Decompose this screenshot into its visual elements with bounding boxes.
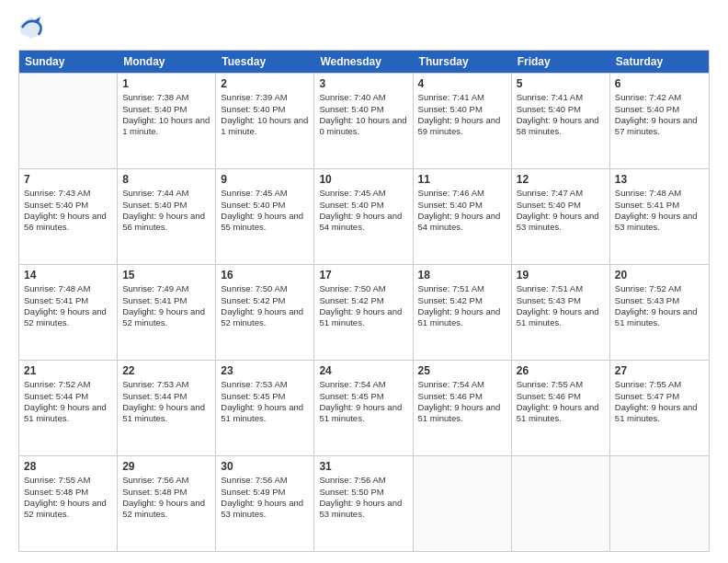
header-day-friday: Friday <box>512 51 610 73</box>
header-day-sunday: Sunday <box>19 51 118 73</box>
day-cell-24: 24Sunrise: 7:54 AM Sunset: 5:45 PM Dayli… <box>314 361 413 455</box>
day-number: 3 <box>319 76 407 91</box>
empty-cell <box>414 456 512 551</box>
empty-cell <box>610 456 709 551</box>
header-day-thursday: Thursday <box>414 51 512 73</box>
cell-info: Sunrise: 7:56 AM Sunset: 5:49 PM Dayligh… <box>221 475 309 520</box>
cell-info: Sunrise: 7:48 AM Sunset: 5:41 PM Dayligh… <box>615 188 704 233</box>
cell-info: Sunrise: 7:41 AM Sunset: 5:40 PM Dayligh… <box>517 92 605 137</box>
cell-info: Sunrise: 7:38 AM Sunset: 5:40 PM Dayligh… <box>122 92 210 137</box>
cell-info: Sunrise: 7:52 AM Sunset: 5:43 PM Dayligh… <box>615 283 704 328</box>
day-number: 29 <box>122 459 210 474</box>
day-cell-16: 16Sunrise: 7:50 AM Sunset: 5:42 PM Dayli… <box>216 265 314 360</box>
week-row-4: 21Sunrise: 7:52 AM Sunset: 5:44 PM Dayli… <box>19 360 709 455</box>
week-row-1: 1Sunrise: 7:38 AM Sunset: 5:40 PM Daylig… <box>19 73 709 168</box>
cell-info: Sunrise: 7:55 AM Sunset: 5:48 PM Dayligh… <box>24 475 112 520</box>
day-cell-1: 1Sunrise: 7:38 AM Sunset: 5:40 PM Daylig… <box>118 74 216 168</box>
day-number: 12 <box>517 172 605 187</box>
week-row-3: 14Sunrise: 7:48 AM Sunset: 5:41 PM Dayli… <box>19 264 709 360</box>
day-cell-5: 5Sunrise: 7:41 AM Sunset: 5:40 PM Daylig… <box>512 74 610 168</box>
cell-info: Sunrise: 7:48 AM Sunset: 5:41 PM Dayligh… <box>24 283 112 328</box>
day-cell-10: 10Sunrise: 7:45 AM Sunset: 5:40 PM Dayli… <box>314 169 413 264</box>
day-cell-13: 13Sunrise: 7:48 AM Sunset: 5:41 PM Dayli… <box>610 169 709 264</box>
cell-info: Sunrise: 7:50 AM Sunset: 5:42 PM Dayligh… <box>221 283 309 328</box>
day-number: 28 <box>24 459 112 474</box>
day-cell-3: 3Sunrise: 7:40 AM Sunset: 5:40 PM Daylig… <box>314 74 413 168</box>
day-cell-4: 4Sunrise: 7:41 AM Sunset: 5:40 PM Daylig… <box>414 74 512 168</box>
day-cell-21: 21Sunrise: 7:52 AM Sunset: 5:44 PM Dayli… <box>19 361 118 455</box>
day-cell-11: 11Sunrise: 7:46 AM Sunset: 5:40 PM Dayli… <box>414 169 512 264</box>
cell-info: Sunrise: 7:42 AM Sunset: 5:40 PM Dayligh… <box>615 92 704 137</box>
cell-info: Sunrise: 7:56 AM Sunset: 5:50 PM Dayligh… <box>319 475 407 520</box>
cell-info: Sunrise: 7:46 AM Sunset: 5:40 PM Dayligh… <box>418 188 506 233</box>
day-number: 10 <box>319 172 407 187</box>
calendar: SundayMondayTuesdayWednesdayThursdayFrid… <box>18 50 710 552</box>
page: SundayMondayTuesdayWednesdayThursdayFrid… <box>0 0 728 563</box>
day-cell-30: 30Sunrise: 7:56 AM Sunset: 5:49 PM Dayli… <box>216 456 314 551</box>
day-number: 9 <box>221 172 309 187</box>
day-number: 31 <box>319 459 407 474</box>
day-number: 18 <box>418 268 506 282</box>
cell-info: Sunrise: 7:45 AM Sunset: 5:40 PM Dayligh… <box>221 188 309 233</box>
empty-cell <box>19 74 118 168</box>
header-day-tuesday: Tuesday <box>216 51 314 73</box>
cell-info: Sunrise: 7:44 AM Sunset: 5:40 PM Dayligh… <box>122 188 210 233</box>
cell-info: Sunrise: 7:55 AM Sunset: 5:47 PM Dayligh… <box>615 379 704 424</box>
day-number: 23 <box>221 363 309 378</box>
cell-info: Sunrise: 7:43 AM Sunset: 5:40 PM Dayligh… <box>24 188 112 233</box>
calendar-body: 1Sunrise: 7:38 AM Sunset: 5:40 PM Daylig… <box>19 73 709 551</box>
day-cell-19: 19Sunrise: 7:51 AM Sunset: 5:43 PM Dayli… <box>512 265 610 360</box>
day-number: 30 <box>221 459 309 474</box>
empty-cell <box>512 456 610 551</box>
cell-info: Sunrise: 7:39 AM Sunset: 5:40 PM Dayligh… <box>221 92 309 137</box>
day-cell-29: 29Sunrise: 7:56 AM Sunset: 5:48 PM Dayli… <box>118 456 216 551</box>
day-number: 25 <box>418 363 506 378</box>
day-number: 22 <box>122 363 210 378</box>
day-cell-9: 9Sunrise: 7:45 AM Sunset: 5:40 PM Daylig… <box>216 169 314 264</box>
day-cell-17: 17Sunrise: 7:50 AM Sunset: 5:42 PM Dayli… <box>314 265 413 360</box>
cell-info: Sunrise: 7:41 AM Sunset: 5:40 PM Dayligh… <box>418 92 506 137</box>
day-number: 15 <box>122 268 210 282</box>
day-cell-6: 6Sunrise: 7:42 AM Sunset: 5:40 PM Daylig… <box>610 74 709 168</box>
day-cell-26: 26Sunrise: 7:55 AM Sunset: 5:46 PM Dayli… <box>512 361 610 455</box>
cell-info: Sunrise: 7:54 AM Sunset: 5:46 PM Dayligh… <box>418 379 506 424</box>
cell-info: Sunrise: 7:40 AM Sunset: 5:40 PM Dayligh… <box>319 92 407 137</box>
day-cell-20: 20Sunrise: 7:52 AM Sunset: 5:43 PM Dayli… <box>610 265 709 360</box>
day-number: 19 <box>517 268 605 282</box>
day-cell-12: 12Sunrise: 7:47 AM Sunset: 5:40 PM Dayli… <box>512 169 610 264</box>
day-number: 2 <box>221 76 309 91</box>
calendar-header: SundayMondayTuesdayWednesdayThursdayFrid… <box>19 51 709 73</box>
day-number: 7 <box>24 172 112 187</box>
day-number: 17 <box>319 268 407 282</box>
logo <box>18 15 48 40</box>
day-cell-27: 27Sunrise: 7:55 AM Sunset: 5:47 PM Dayli… <box>610 361 709 455</box>
header-day-monday: Monday <box>118 51 216 73</box>
day-cell-23: 23Sunrise: 7:53 AM Sunset: 5:45 PM Dayli… <box>216 361 314 455</box>
cell-info: Sunrise: 7:52 AM Sunset: 5:44 PM Dayligh… <box>24 379 112 424</box>
day-number: 11 <box>418 172 506 187</box>
day-number: 21 <box>24 363 112 378</box>
day-number: 14 <box>24 268 112 282</box>
day-number: 27 <box>615 363 704 378</box>
cell-info: Sunrise: 7:47 AM Sunset: 5:40 PM Dayligh… <box>517 188 605 233</box>
day-cell-31: 31Sunrise: 7:56 AM Sunset: 5:50 PM Dayli… <box>314 456 413 551</box>
cell-info: Sunrise: 7:53 AM Sunset: 5:45 PM Dayligh… <box>221 379 309 424</box>
day-cell-28: 28Sunrise: 7:55 AM Sunset: 5:48 PM Dayli… <box>19 456 118 551</box>
day-number: 4 <box>418 76 506 91</box>
day-cell-22: 22Sunrise: 7:53 AM Sunset: 5:44 PM Dayli… <box>118 361 216 455</box>
week-row-2: 7Sunrise: 7:43 AM Sunset: 5:40 PM Daylig… <box>19 168 709 264</box>
day-number: 20 <box>615 268 704 282</box>
week-row-5: 28Sunrise: 7:55 AM Sunset: 5:48 PM Dayli… <box>19 455 709 551</box>
header-day-wednesday: Wednesday <box>314 51 413 73</box>
cell-info: Sunrise: 7:49 AM Sunset: 5:41 PM Dayligh… <box>122 283 210 328</box>
day-cell-18: 18Sunrise: 7:51 AM Sunset: 5:42 PM Dayli… <box>414 265 512 360</box>
cell-info: Sunrise: 7:50 AM Sunset: 5:42 PM Dayligh… <box>319 283 407 328</box>
day-number: 16 <box>221 268 309 282</box>
day-number: 6 <box>615 76 704 91</box>
day-cell-8: 8Sunrise: 7:44 AM Sunset: 5:40 PM Daylig… <box>118 169 216 264</box>
cell-info: Sunrise: 7:45 AM Sunset: 5:40 PM Dayligh… <box>319 188 407 233</box>
day-number: 1 <box>122 76 210 91</box>
logo-icon <box>18 15 44 40</box>
day-number: 8 <box>122 172 210 187</box>
day-cell-14: 14Sunrise: 7:48 AM Sunset: 5:41 PM Dayli… <box>19 265 118 360</box>
